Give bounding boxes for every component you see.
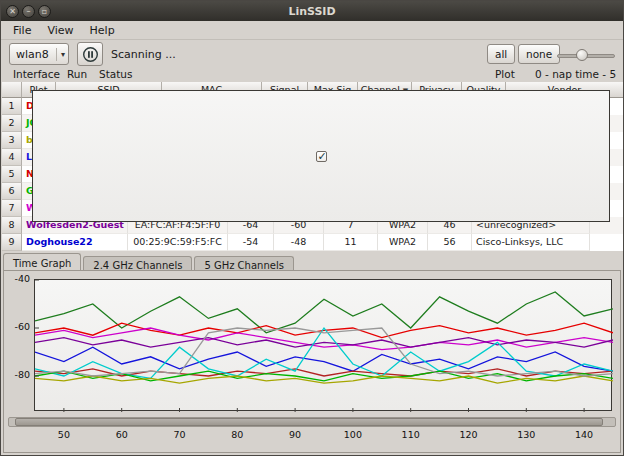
networks-table: Plot SSID MAC Signal Max Sig Channel▼ Pr… bbox=[2, 82, 624, 251]
x-tick-label: 60 bbox=[116, 429, 128, 440]
window-title: LinSSID bbox=[1, 5, 623, 18]
status-text: Scanning ... bbox=[111, 48, 176, 61]
plot-line-Doghouse22 bbox=[35, 292, 613, 333]
graph-horizontal-scrollbar[interactable] bbox=[8, 417, 616, 427]
menu-view[interactable]: View bbox=[39, 22, 81, 39]
x-tick-label: 90 bbox=[289, 429, 301, 440]
plot-none-button[interactable]: none bbox=[518, 44, 560, 64]
x-tick-label: 120 bbox=[459, 429, 477, 440]
x-tick-label: 130 bbox=[517, 429, 535, 440]
y-axis-labels: -40-60-80 bbox=[4, 271, 32, 421]
x-tick-label: 70 bbox=[173, 429, 185, 440]
plot-label: Plot bbox=[495, 68, 515, 80]
menu-help[interactable]: Help bbox=[82, 22, 123, 39]
menu-file[interactable]: File bbox=[5, 22, 39, 39]
row-number: 7 bbox=[2, 200, 22, 217]
plot-line-Wolfesden2 bbox=[35, 328, 613, 350]
interface-label: Interface bbox=[13, 68, 60, 80]
time-graph-plot bbox=[34, 279, 612, 411]
ssid-cell: Doghouse22 bbox=[22, 234, 128, 251]
time-graph-panel: -40-60-80 5060708090100110120130140 bbox=[3, 270, 621, 453]
row-number: 6 bbox=[2, 183, 22, 200]
interface-combobox[interactable]: wlan8 bbox=[9, 43, 69, 65]
x-tick-label: 140 bbox=[575, 429, 593, 440]
header-rownum bbox=[2, 82, 22, 98]
toolbar-labels: Interface Run Status Plot 0 - nap time -… bbox=[1, 68, 623, 81]
run-label: Run bbox=[67, 68, 87, 80]
vendor-cell: Cisco-Linksys, LLC bbox=[472, 234, 590, 251]
linssid-window: LinSSID File View Help wlan8 Scanning ..… bbox=[0, 0, 624, 456]
plot-cell bbox=[32, 90, 610, 222]
row-number: 1 bbox=[2, 98, 22, 115]
table-body: 1Doghouse1200:25:9C:34:63:06-63-611WPA24… bbox=[2, 98, 624, 251]
plot-line-NETGEAR02 bbox=[35, 369, 613, 376]
slider-handle[interactable] bbox=[576, 49, 588, 61]
x-tick-label: 50 bbox=[58, 429, 70, 440]
interface-combobox-value: wlan8 bbox=[16, 48, 49, 61]
plot-all-button[interactable]: all bbox=[487, 44, 515, 64]
row-number: 2 bbox=[2, 115, 22, 132]
y-tick-label: -40 bbox=[4, 273, 30, 284]
tab-bar: Time Graph 2.4 GHz Channels 5 GHz Channe… bbox=[3, 253, 296, 271]
y-tick-label: -80 bbox=[4, 369, 30, 380]
row-number: 4 bbox=[2, 149, 22, 166]
x-tick-label: 100 bbox=[344, 429, 362, 440]
x-axis-labels: 5060708090100110120130140 bbox=[4, 429, 620, 441]
row-number: 3 bbox=[2, 132, 22, 149]
scrollbar-handle[interactable] bbox=[15, 418, 603, 426]
toolbar: wlan8 Scanning ... all none bbox=[1, 40, 623, 68]
status-label: Status bbox=[99, 68, 132, 80]
row-number: 5 bbox=[2, 166, 22, 183]
row-number: 8 bbox=[2, 217, 22, 234]
tab-time-graph[interactable]: Time Graph bbox=[3, 253, 81, 271]
y-tick-label: -60 bbox=[4, 321, 30, 332]
plot-line-Wolfesden2-Guest bbox=[35, 338, 613, 348]
chevron-down-icon bbox=[56, 48, 65, 61]
privacy-cell: WPA2 bbox=[378, 234, 428, 251]
time-graph-svg bbox=[35, 280, 613, 412]
plot-line-Linksysjonesgoldrouter bbox=[35, 347, 613, 371]
x-tick-label: 110 bbox=[402, 429, 420, 440]
tab-5ghz-channels[interactable]: 5 GHz Channels bbox=[194, 256, 294, 271]
plot-line-belkin.0c6 bbox=[35, 376, 613, 383]
plot-line-Doghouse12 bbox=[35, 323, 613, 337]
channel-cell: 11 bbox=[324, 234, 378, 251]
pause-icon bbox=[82, 46, 99, 63]
table-row[interactable]: 9Doghouse2200:25:9C:59:F5:FC-54-4811WPA2… bbox=[2, 234, 624, 251]
quality-cell: 56 bbox=[428, 234, 472, 251]
tab-24ghz-channels[interactable]: 2.4 GHz Channels bbox=[83, 256, 192, 271]
row-number: 9 bbox=[2, 234, 22, 251]
signal-cell: -54 bbox=[228, 234, 274, 251]
nap-time-label: 0 - nap time - 5 bbox=[535, 68, 616, 80]
max-sig-cell: -48 bbox=[274, 234, 324, 251]
plot-checkbox[interactable] bbox=[316, 151, 327, 162]
run-button[interactable] bbox=[77, 42, 103, 66]
titlebar: LinSSID bbox=[1, 1, 623, 21]
mac-cell: 00:25:9C:59:F5:FC bbox=[128, 234, 228, 251]
x-tick-label: 80 bbox=[231, 429, 243, 440]
menu-bar: File View Help bbox=[1, 21, 623, 40]
nap-time-slider[interactable] bbox=[557, 48, 615, 62]
